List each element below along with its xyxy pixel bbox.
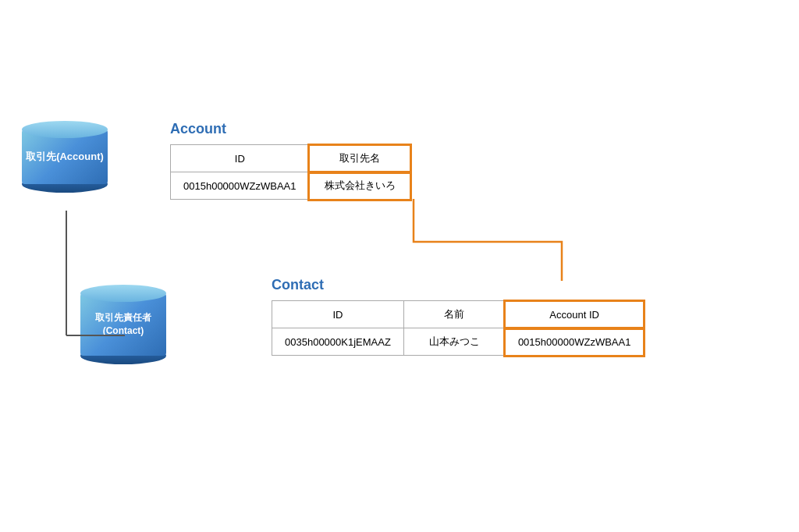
account-row-name: 株式会社きいろ bbox=[309, 172, 410, 200]
contact-cylinder-body: 取引先責任者(Contact) bbox=[80, 293, 166, 356]
connector-lines bbox=[0, 0, 799, 532]
contact-row-id: 0035h00000K1jEMAAZ bbox=[272, 328, 404, 356]
contact-table: ID 名前 Account ID 0035h00000K1jEMAAZ 山本みつ… bbox=[272, 300, 644, 356]
contact-row-name: 山本みつこ bbox=[403, 328, 505, 356]
account-db-label: 取引先(Account) bbox=[26, 150, 104, 164]
contact-db-label: 取引先責任者(Contact) bbox=[95, 311, 151, 338]
contact-col-account-id: Account ID bbox=[505, 301, 644, 328]
account-table: ID 取引先名 0015h00000WZzWBAA1 株式会社きいろ bbox=[170, 144, 411, 200]
contact-col-id: ID bbox=[272, 301, 404, 328]
account-col-name: 取引先名 bbox=[309, 145, 410, 172]
diagram-container: 取引先(Account) 取引先責任者(Contact) Account ID … bbox=[0, 0, 799, 532]
contact-cylinder-top bbox=[80, 285, 166, 302]
account-col-id: ID bbox=[171, 145, 310, 172]
cylinder-top-cap bbox=[22, 121, 108, 138]
contact-row-account-id: 0015h00000WZzWBAA1 bbox=[505, 328, 644, 356]
contact-db-cylinder: 取引先責任者(Contact) bbox=[80, 285, 166, 364]
account-db-cylinder: 取引先(Account) bbox=[22, 121, 108, 193]
contact-table-title: Contact bbox=[272, 277, 324, 293]
account-row-id: 0015h00000WZzWBAA1 bbox=[171, 172, 310, 200]
account-table-title: Account bbox=[170, 121, 226, 137]
contact-col-name: 名前 bbox=[403, 301, 505, 328]
